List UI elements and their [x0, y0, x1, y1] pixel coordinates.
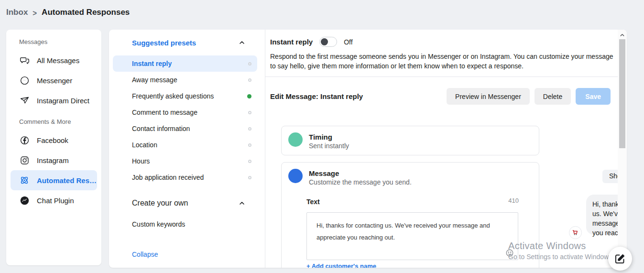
emoji-picker-icon[interactable] [505, 249, 514, 257]
main-content: Instant reply Off Respond to the first m… [265, 30, 618, 268]
status-dot [248, 143, 251, 147]
sidebar-item-label: Chat Plugin [37, 197, 74, 205]
status-dot [248, 62, 251, 66]
facebook-icon [19, 135, 30, 145]
preset-custom-keywords[interactable]: Custom keywords [113, 216, 257, 232]
sidebar-item-label: Instagram [37, 156, 69, 164]
instant-reply-description: Respond to the first message someone sen… [270, 52, 617, 71]
preset-contact-information[interactable]: Contact information [113, 120, 257, 137]
preset-instant-reply[interactable]: Instant reply [113, 55, 257, 72]
instant-reply-toggle[interactable] [319, 37, 337, 47]
message-card: Message Customize the message you send. … [281, 162, 539, 268]
status-dot [248, 160, 251, 163]
sidebar-item-facebook[interactable]: Facebook [6, 130, 101, 150]
status-dot [247, 94, 251, 98]
timing-subtitle: Sent instantly [309, 142, 349, 151]
section-more[interactable]: More [109, 238, 265, 246]
sidebar-item-all-messages[interactable]: All Messages [6, 50, 101, 70]
sidebar-item-label: Facebook [37, 136, 68, 144]
messenger-icon [19, 75, 30, 86]
section-suggested-presets[interactable]: Suggested presets [109, 30, 265, 55]
instagram-icon [19, 155, 30, 165]
preset-job-application[interactable]: Job application received [113, 169, 257, 186]
left-sidebar: Messages All Messages Messenger Instagra… [6, 30, 101, 265]
chevron-up-icon [238, 39, 246, 46]
compose-fab-button[interactable] [608, 247, 632, 271]
preview-in-messenger-button[interactable]: Preview in Messenger [447, 88, 530, 105]
breadcrumb: Inbox > Automated Responses [6, 8, 130, 17]
main-panel: Suggested presets Instant reply Away mes… [109, 30, 627, 268]
preset-faq[interactable]: Frequently asked questions [113, 88, 257, 104]
toggle-state-label: Off [344, 38, 352, 46]
message-circle-icon [288, 169, 303, 183]
divider [265, 76, 618, 77]
sidebar-item-automated-responses[interactable]: Automated Res… [11, 170, 97, 190]
scroll-up-arrow-icon[interactable] [618, 32, 627, 38]
message-text-value: Hi, thanks for contacting us. We've rece… [317, 222, 490, 241]
edit-message-heading: Edit Message: Instant reply [270, 92, 363, 100]
status-dot [248, 127, 251, 131]
chat-plugin-icon [19, 195, 30, 206]
toggle-knob [321, 38, 328, 45]
timing-title: Timing [309, 132, 349, 142]
sidebar-item-label: Messenger [37, 76, 72, 85]
vertical-scrollbar[interactable] [618, 30, 627, 268]
automation-icon [19, 175, 30, 186]
presets-panel: Suggested presets Instant reply Away mes… [109, 30, 265, 268]
sidebar-item-messenger[interactable]: Messenger [6, 70, 101, 90]
preset-location[interactable]: Location [113, 137, 257, 153]
timing-card[interactable]: Timing Sent instantly [281, 126, 539, 155]
status-dot [248, 78, 251, 82]
scrollbar-thumb[interactable] [619, 39, 625, 148]
char-count: 410 [508, 197, 519, 204]
instant-reply-title: Instant reply [270, 38, 313, 46]
chat-bubbles-icon [19, 55, 30, 66]
section-create-your-own[interactable]: Create your own [109, 190, 265, 216]
message-title: Message [309, 169, 412, 178]
chevron-right-icon: > [33, 8, 37, 17]
collapse-link[interactable]: Collapse [132, 251, 158, 258]
sidebar-item-label: All Messages [37, 56, 79, 65]
delete-button[interactable]: Delete [535, 88, 571, 105]
preset-hours[interactable]: Hours [113, 153, 257, 169]
sidebar-section-comments: Comments & More [6, 116, 101, 130]
sidebar-section-messages: Messages [6, 36, 101, 50]
preset-comment-to-message[interactable]: Comment to message [113, 104, 257, 120]
sidebar-item-instagram[interactable]: Instagram [6, 150, 101, 170]
text-field-label: Text [306, 198, 320, 206]
sidebar-item-instagram-direct[interactable]: Instagram Direct [6, 90, 101, 110]
sidebar-item-chat-plugin[interactable]: Chat Plugin [6, 190, 101, 210]
sidebar-item-label: Instagram Direct [37, 97, 89, 105]
status-dot [248, 176, 251, 179]
show-preview-button[interactable]: Sho [602, 170, 618, 183]
page-title: Automated Responses [42, 8, 130, 17]
timing-circle-icon [288, 132, 303, 147]
presets-list: Suggested presets Instant reply Away mes… [109, 30, 265, 246]
compose-icon [614, 253, 626, 264]
add-customer-name-link[interactable]: + Add customer's name [306, 262, 376, 268]
sidebar-item-label: Automated Res… [37, 176, 97, 185]
preview-message-bubble: Hi, thanks f us. We've r message a you r… [586, 195, 618, 235]
save-button[interactable]: Save [576, 88, 611, 105]
breadcrumb-inbox[interactable]: Inbox [6, 8, 28, 17]
preset-away-message[interactable]: Away message [113, 72, 257, 88]
paper-plane-icon [19, 95, 30, 106]
message-subtitle: Customize the message you send. [309, 178, 412, 187]
chevron-up-icon [238, 199, 246, 207]
message-text-input[interactable]: Hi, thanks for contacting us. We've rece… [306, 212, 518, 260]
status-dot [248, 111, 251, 114]
page-avatar [569, 226, 582, 239]
